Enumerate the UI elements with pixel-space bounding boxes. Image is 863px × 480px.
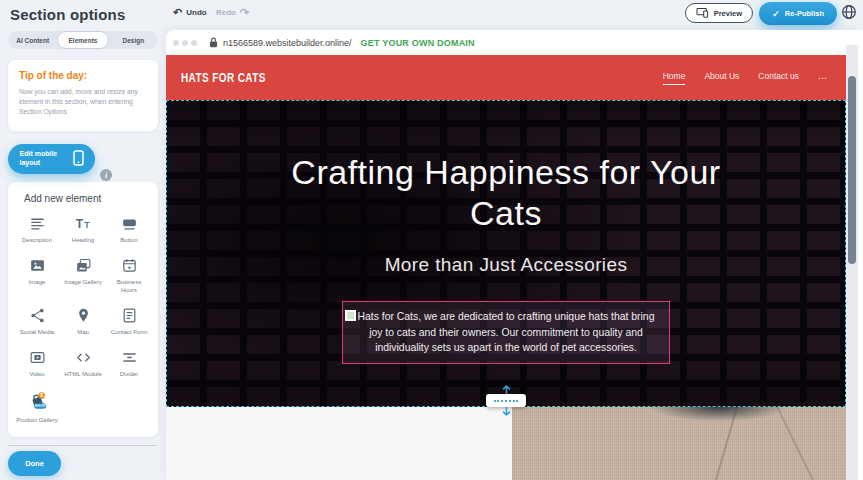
edit-mobile-label: Edit mobile layout — [20, 150, 66, 167]
globe-icon — [841, 4, 857, 24]
product-gallery-icon: $SHOP — [27, 391, 48, 412]
site-url: n1566589.websitebuilder.online/ — [223, 38, 352, 48]
element-label: Heading — [72, 236, 94, 244]
lock-icon — [209, 37, 218, 48]
element-label: Business Hours — [108, 278, 150, 294]
svg-text:SHOP: SHOP — [34, 404, 46, 408]
tab-design[interactable]: Design — [109, 31, 158, 49]
element-label: Product Gallery — [16, 416, 57, 424]
republish-button[interactable]: ✓ Re-Publish — [759, 2, 837, 25]
browser-chrome-bar: n1566589.websitebuilder.online/ GET YOUR… — [166, 30, 846, 55]
add-element-product-gallery[interactable]: $SHOP Product Gallery — [14, 391, 60, 424]
element-label: HTML Module — [64, 370, 101, 378]
edit-mobile-layout-button[interactable]: Edit mobile layout — [8, 144, 95, 174]
add-element-html-module[interactable]: HTML Module — [60, 349, 106, 378]
grip-dots-icon — [494, 400, 518, 402]
page-title: Section options — [10, 6, 126, 23]
add-element-image[interactable]: Image — [14, 257, 60, 294]
business-hours-icon — [121, 257, 138, 274]
done-button[interactable]: Done — [8, 451, 61, 476]
add-element-button[interactable]: Button — [106, 215, 152, 244]
add-element-contact-form[interactable]: Contact Form — [106, 307, 152, 336]
devices-icon — [696, 7, 709, 20]
tab-ai-content[interactable]: AI Content — [8, 31, 57, 49]
scrollbar-thumb[interactable] — [848, 76, 856, 264]
window-dot — [173, 40, 179, 46]
element-label: Social Media — [20, 328, 54, 336]
element-label: Button — [120, 236, 137, 244]
tip-of-the-day-panel: Tip of the day: Now you can add, move an… — [8, 60, 158, 131]
svg-text:T: T — [75, 216, 83, 230]
sidebar-divider — [8, 445, 157, 446]
hero-section-selected[interactable]: Crafting Happiness for Your Cats More th… — [166, 100, 846, 407]
element-label: Divider — [120, 370, 139, 378]
add-element-social-media[interactable]: Social Media — [14, 307, 60, 336]
add-element-business-hours[interactable]: Business Hours — [106, 257, 152, 294]
section-resize-handle[interactable] — [486, 385, 526, 416]
social-media-icon — [29, 307, 46, 324]
sidebar-tabbar: AI Content Elements Design — [8, 31, 158, 49]
description-icon — [29, 215, 46, 232]
nav-more-button[interactable]: ⋯ — [818, 73, 828, 83]
divider-icon — [121, 349, 138, 366]
add-new-element-panel: Add new element Description TT Heading B… — [8, 182, 158, 438]
next-section[interactable] — [166, 407, 846, 480]
add-element-title: Add new element — [24, 193, 152, 204]
topbar: Section options ↶ Undo Redo ↷ Preview ✓ … — [0, 0, 863, 30]
language-globe-button[interactable] — [840, 5, 858, 23]
hero-paragraph-box-selected[interactable]: Hats for Cats, we are dedicated to craft… — [342, 301, 670, 364]
next-section-blank — [166, 407, 512, 480]
heading-icon: TT — [75, 215, 92, 232]
nav-contact-us[interactable]: Contact us — [758, 71, 799, 84]
window-dot — [182, 40, 188, 46]
site-header: HATS FOR CATS Home About Us Contact us ⋯ — [166, 55, 846, 100]
arrow-down-icon — [502, 407, 511, 416]
svg-text:T: T — [84, 219, 90, 229]
svg-text:$: $ — [40, 393, 43, 399]
check-icon: ✓ — [772, 9, 780, 19]
info-icon[interactable]: i — [100, 169, 112, 181]
element-label: Map — [77, 328, 89, 336]
republish-label: Re-Publish — [785, 9, 824, 18]
redo-button[interactable]: Redo ↷ — [216, 7, 249, 18]
resize-grip[interactable] — [486, 394, 526, 407]
arrow-up-icon — [502, 385, 511, 394]
image-icon — [29, 257, 46, 274]
site-logo[interactable]: HATS FOR CATS — [181, 70, 266, 84]
element-grid: Description TT Heading Button Image Imag… — [14, 215, 152, 425]
window-dots — [173, 40, 197, 46]
tab-elements[interactable]: Elements — [57, 31, 108, 49]
add-element-video[interactable]: Video — [14, 349, 60, 378]
hero-paragraph: Hats for Cats, we are dedicated to craft… — [358, 311, 655, 353]
contact-form-icon — [121, 307, 138, 324]
button-icon — [121, 215, 138, 232]
add-element-map[interactable]: Map — [60, 307, 106, 336]
undo-icon: ↶ — [173, 7, 182, 18]
site-preview-region: n1566589.websitebuilder.online/ GET YOUR… — [166, 30, 863, 480]
element-label: Image Gallery — [64, 278, 101, 286]
undo-button[interactable]: ↶ Undo — [173, 7, 207, 18]
element-label: Contact Form — [111, 328, 147, 336]
map-pin-icon — [75, 307, 92, 324]
preview-scrollbar[interactable] — [846, 45, 858, 480]
sidebar: AI Content Elements Design Tip of the da… — [0, 30, 166, 480]
add-element-heading[interactable]: TT Heading — [60, 215, 106, 244]
tip-body: Now you can add, move and resize any ele… — [19, 87, 147, 118]
nav-home[interactable]: Home — [663, 71, 686, 85]
nav-about-us[interactable]: About Us — [704, 71, 739, 84]
element-label: Description — [22, 236, 52, 244]
add-element-divider[interactable]: Divider — [106, 349, 152, 378]
text-box-handle[interactable] — [345, 310, 356, 321]
undo-label: Undo — [186, 8, 206, 17]
window-dot — [191, 40, 197, 46]
hero-heading[interactable]: Crafting Happiness for Your Cats — [266, 152, 746, 235]
image-gallery-icon — [75, 257, 92, 274]
carpet-photo — [512, 407, 846, 480]
hero-subheading[interactable]: More than Just Accessories — [167, 254, 845, 276]
add-element-image-gallery[interactable]: Image Gallery — [60, 257, 106, 294]
add-element-description[interactable]: Description — [14, 215, 60, 244]
site-canvas: n1566589.websitebuilder.online/ GET YOUR… — [166, 30, 846, 480]
site-nav: Home About Us Contact us ⋯ — [663, 71, 828, 85]
preview-button[interactable]: Preview — [685, 3, 753, 23]
get-domain-link[interactable]: GET YOUR OWN DOMAIN — [361, 38, 475, 48]
